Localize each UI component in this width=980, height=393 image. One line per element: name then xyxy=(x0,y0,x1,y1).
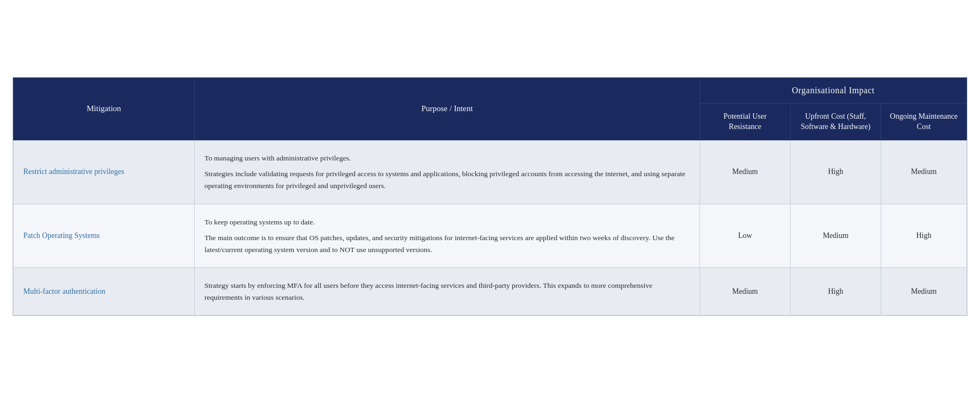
mitigation-cell: Patch Operating Systems xyxy=(14,204,195,268)
table-row: Multi-factor authenticationStrategy star… xyxy=(14,268,967,315)
mitigation-cell: Restrict administrative privileges xyxy=(14,140,195,204)
org-impact-header: Organisational Impact xyxy=(700,78,967,103)
upfront-cell: Medium xyxy=(790,204,881,268)
ongoing-cell: Medium xyxy=(881,268,966,315)
table-row: Restrict administrative privilegesTo man… xyxy=(14,140,967,204)
ongoing-cell: High xyxy=(881,204,966,268)
ongoing-cell: Medium xyxy=(881,140,966,204)
upfront-header: Upfront Cost (Staff, Software & Hardware… xyxy=(790,103,881,140)
upfront-cell: High xyxy=(790,140,881,204)
purpose-header: Purpose / Intent xyxy=(194,78,699,140)
resistance-cell: Low xyxy=(700,204,791,268)
purpose-cell: To keep operating systems up to date.The… xyxy=(194,204,699,268)
purpose-cell: Strategy starts by enforcing MFA for all… xyxy=(194,268,699,315)
ongoing-header: Ongoing Maintenance Cost xyxy=(881,103,966,140)
resistance-cell: Medium xyxy=(700,268,791,315)
mitigation-cell: Multi-factor authentication xyxy=(14,268,195,315)
upfront-cell: High xyxy=(790,268,881,315)
resistance-cell: Medium xyxy=(700,140,791,204)
mitigation-header: Mitigation xyxy=(14,78,195,140)
purpose-cell: To managing users with administrative pr… xyxy=(194,140,699,204)
table-row: Patch Operating SystemsTo keep operating… xyxy=(14,204,967,268)
resistance-header: Potential User Resistance xyxy=(700,103,791,140)
